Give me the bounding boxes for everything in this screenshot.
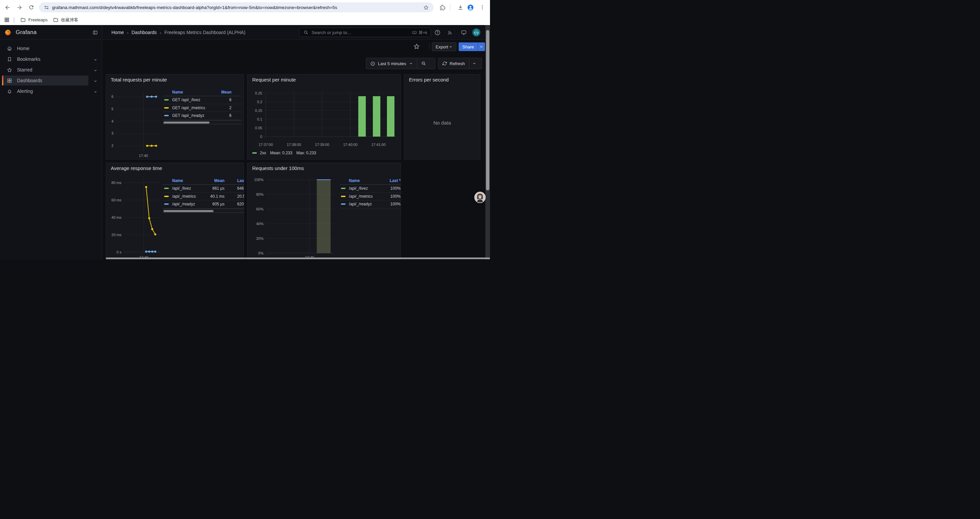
share-menu-chevron-icon[interactable]: [478, 42, 485, 51]
svg-text:20%: 20%: [256, 236, 264, 241]
apps-icon: [7, 78, 12, 83]
legend-header: NameLast *: [340, 177, 401, 185]
svg-text:17:37:00: 17:37:00: [259, 143, 273, 147]
legend-header-col[interactable]: Last *: [224, 178, 244, 183]
chevron-down-icon[interactable]: [94, 57, 97, 61]
breadcrumb-dashboards[interactable]: Dashboards: [131, 30, 157, 35]
brand-name: Grafana: [16, 29, 37, 36]
svg-text:17:38:00: 17:38:00: [287, 143, 301, 147]
legend-row[interactable]: /api/_/livez100%: [340, 185, 401, 193]
apps-grid-icon[interactable]: [4, 17, 10, 23]
back-icon[interactable]: [3, 3, 11, 11]
search-input[interactable]: [311, 30, 412, 35]
zoom-out-time-button[interactable]: [417, 58, 430, 69]
legend-header-col[interactable]: Last *: [380, 178, 401, 183]
time-range-label: Last 5 minutes: [378, 61, 406, 66]
clock-icon: [370, 61, 375, 66]
chevron-down-icon[interactable]: [94, 68, 97, 72]
legend-row[interactable]: /api/_/readyz100%: [340, 200, 401, 208]
downloads-icon[interactable]: [457, 4, 464, 11]
legend-row[interactable]: GET /api/_/readyz6: [163, 112, 242, 120]
profile-icon[interactable]: [467, 4, 474, 11]
legend-row[interactable]: /api/_/metrics40.1 ms20.5 ms: [163, 193, 244, 201]
panel-title[interactable]: Errors per second: [409, 77, 449, 83]
request-per-minute-chart[interactable]: 0.250.20.150.10.05017:37:0017:38:0017:39…: [248, 75, 401, 160]
legend-header-col[interactable]: Mean: [212, 90, 231, 94]
refresh-button[interactable]: Refresh: [438, 58, 469, 69]
legend-scrollbar[interactable]: [163, 209, 244, 213]
search-bar[interactable]: ⌘+k: [299, 28, 431, 37]
site-settings-icon[interactable]: [44, 5, 49, 10]
favorite-star-icon[interactable]: [413, 43, 420, 50]
assistant-floating-avatar[interactable]: [474, 192, 486, 203]
bookmarks-bar: Freeleaps 收藏博客: [0, 15, 490, 25]
browser-toolbar: [0, 0, 490, 15]
refresh-icon: [442, 61, 447, 66]
org-avatar[interactable]: [473, 29, 480, 37]
home-icon: [7, 46, 12, 51]
legend-scrollbar-thumb[interactable]: [164, 121, 210, 124]
chevron-down-icon[interactable]: [94, 89, 97, 93]
bookmark-folder-blogs[interactable]: 收藏博客: [50, 16, 81, 24]
url-input[interactable]: [52, 5, 423, 10]
share-label[interactable]: Share: [459, 42, 478, 51]
series-name: /api/_/livez: [172, 186, 191, 191]
share-button[interactable]: Share: [459, 42, 485, 51]
series-name: /api/_/metrics: [172, 194, 196, 199]
extensions-icon[interactable]: [439, 4, 446, 11]
bookmark-folder-label: Freeleaps: [29, 18, 48, 22]
news-rss-icon[interactable]: [446, 29, 453, 36]
sidebar-item-bookmarks[interactable]: Bookmarks: [0, 54, 102, 64]
legend-row[interactable]: GET /api/_/metrics2: [163, 104, 242, 112]
legend-row[interactable]: GET /api/_/livez6: [163, 96, 242, 104]
bookmark-icon: [7, 56, 12, 62]
grafana-brand[interactable]: Grafana: [4, 25, 37, 40]
sidebar-nav: HomeBookmarksStarredDashboardsAlerting: [0, 40, 102, 260]
requests-under-100ms-legend: NameLast */api/_/livez100%/api/_/metrics…: [340, 177, 401, 208]
chevron-down-icon[interactable]: [94, 78, 97, 83]
page-vertical-scrollbar-thumb[interactable]: [486, 30, 489, 190]
reload-icon[interactable]: [27, 3, 35, 11]
bookmark-folder-freeleaps[interactable]: Freeleaps: [18, 16, 50, 24]
breadcrumb-home[interactable]: Home: [111, 30, 124, 35]
browser-menu-icon[interactable]: [479, 4, 486, 11]
series-max: Max: 0.233: [296, 151, 316, 155]
export-button[interactable]: Export: [432, 42, 456, 51]
assistant-avatar-image: [474, 192, 486, 203]
page-horizontal-scrollbar-thumb[interactable]: [106, 257, 490, 259]
svg-text:17:41:00: 17:41:00: [371, 143, 386, 147]
bookmarks-divider: [14, 18, 14, 23]
legend-header-name[interactable]: Name: [163, 178, 202, 183]
sidebar-item-home[interactable]: Home: [0, 43, 102, 54]
legend-row[interactable]: /api/_/metrics100%: [340, 193, 401, 201]
time-range-picker[interactable]: Last 5 minutes: [366, 58, 417, 69]
legend-scrollbar[interactable]: [163, 120, 242, 124]
sidebar-item-alerting[interactable]: Alerting: [0, 86, 102, 96]
series-name[interactable]: 2xx: [260, 151, 266, 155]
request-per-minute-legend[interactable]: 2xx Mean: 0.233 Max: 0.233: [252, 151, 316, 155]
folder-icon: [53, 17, 59, 23]
legend-header-name[interactable]: Name: [163, 90, 212, 94]
sidebar-item-dashboards[interactable]: Dashboards: [0, 75, 102, 86]
legend-header-name[interactable]: Name: [340, 178, 380, 183]
sidebar-item-starred[interactable]: Starred: [0, 64, 102, 75]
bookmark-star-icon[interactable]: [423, 5, 429, 10]
refresh-interval-chevron[interactable]: [469, 58, 479, 69]
forward-icon[interactable]: [15, 3, 23, 11]
total-requests-legend: NameMeanGET /api/_/livez6GET /api/_/metr…: [163, 88, 242, 124]
chevron-down-icon: [409, 61, 413, 65]
legend-header-col[interactable]: Mean: [202, 178, 224, 183]
svg-text:4: 4: [111, 119, 113, 123]
legend-scrollbar-thumb[interactable]: [164, 210, 213, 212]
monitor-icon[interactable]: [460, 29, 467, 36]
sidebar-toggle-icon[interactable]: [91, 29, 99, 36]
legend-header: NameMean: [163, 88, 242, 96]
address-bar[interactable]: [39, 2, 434, 12]
series-value: 20.5 ms: [224, 194, 244, 199]
legend-row[interactable]: /api/_/readyz605 µs620 µs: [163, 200, 244, 208]
help-icon[interactable]: [434, 29, 441, 36]
svg-text:17:39:00: 17:39:00: [315, 143, 329, 147]
svg-text:3: 3: [111, 131, 113, 135]
panel-errors-per-second: Errors per second No data: [404, 74, 480, 160]
legend-row[interactable]: /api/_/livez661 µs646 µs: [163, 185, 244, 193]
